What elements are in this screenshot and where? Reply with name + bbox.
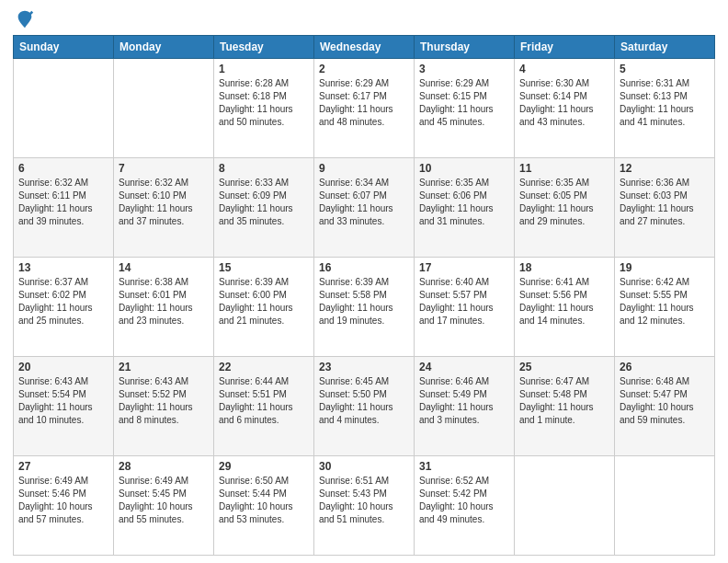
- day-header-thursday: Thursday: [415, 36, 515, 59]
- day-number: 27: [18, 460, 108, 473]
- day-header-saturday: Saturday: [615, 36, 715, 59]
- day-info: Sunrise: 6:39 AMSunset: 5:58 PMDaylight:…: [319, 276, 409, 327]
- day-info: Sunrise: 6:33 AMSunset: 6:09 PMDaylight:…: [219, 177, 309, 228]
- day-number: 16: [319, 261, 409, 274]
- day-info: Sunrise: 6:28 AMSunset: 6:18 PMDaylight:…: [219, 77, 309, 129]
- calendar-cell: 5Sunrise: 6:31 AMSunset: 6:13 PMDaylight…: [615, 59, 715, 158]
- day-number: 6: [18, 162, 108, 175]
- calendar-cell: 19Sunrise: 6:42 AMSunset: 5:55 PMDayligh…: [615, 258, 715, 357]
- day-number: 10: [419, 162, 509, 175]
- calendar-cell: [615, 456, 715, 556]
- day-number: 28: [119, 460, 209, 473]
- day-info: Sunrise: 6:34 AMSunset: 6:07 PMDaylight:…: [319, 177, 409, 228]
- day-info: Sunrise: 6:45 AMSunset: 5:50 PMDaylight:…: [319, 375, 409, 427]
- day-number: 29: [219, 460, 309, 473]
- day-number: 18: [519, 261, 609, 274]
- day-info: Sunrise: 6:30 AMSunset: 6:14 PMDaylight:…: [519, 77, 609, 129]
- day-number: 9: [319, 162, 409, 175]
- week-row-1: 1Sunrise: 6:28 AMSunset: 6:18 PMDaylight…: [14, 59, 715, 158]
- calendar-cell: 17Sunrise: 6:40 AMSunset: 5:57 PMDayligh…: [415, 258, 515, 357]
- day-info: Sunrise: 6:29 AMSunset: 6:17 PMDaylight:…: [319, 77, 409, 129]
- calendar-cell: 11Sunrise: 6:35 AMSunset: 6:05 PMDayligh…: [515, 158, 615, 258]
- calendar-cell: 26Sunrise: 6:48 AMSunset: 5:47 PMDayligh…: [615, 357, 715, 456]
- calendar-cell: 28Sunrise: 6:49 AMSunset: 5:45 PMDayligh…: [114, 456, 214, 556]
- calendar-cell: 3Sunrise: 6:29 AMSunset: 6:15 PMDaylight…: [415, 59, 515, 158]
- day-number: 22: [219, 361, 309, 373]
- day-info: Sunrise: 6:39 AMSunset: 6:00 PMDaylight:…: [219, 276, 309, 327]
- day-number: 11: [519, 162, 609, 175]
- day-info: Sunrise: 6:46 AMSunset: 5:49 PMDaylight:…: [419, 375, 509, 427]
- day-info: Sunrise: 6:43 AMSunset: 5:54 PMDaylight:…: [18, 375, 108, 427]
- calendar-cell: [515, 456, 615, 556]
- calendar-cell: 2Sunrise: 6:29 AMSunset: 6:17 PMDaylight…: [314, 59, 415, 158]
- week-row-4: 20Sunrise: 6:43 AMSunset: 5:54 PMDayligh…: [14, 357, 715, 456]
- day-info: Sunrise: 6:36 AMSunset: 6:03 PMDaylight:…: [620, 177, 710, 228]
- day-info: Sunrise: 6:52 AMSunset: 5:42 PMDaylight:…: [419, 475, 509, 526]
- day-info: Sunrise: 6:29 AMSunset: 6:15 PMDaylight:…: [419, 77, 509, 129]
- calendar-cell: 4Sunrise: 6:30 AMSunset: 6:14 PMDaylight…: [515, 59, 615, 158]
- day-number: 1: [219, 63, 309, 75]
- calendar-cell: 10Sunrise: 6:35 AMSunset: 6:06 PMDayligh…: [415, 158, 515, 258]
- day-number: 7: [119, 162, 209, 175]
- day-header-wednesday: Wednesday: [314, 36, 415, 59]
- week-row-2: 6Sunrise: 6:32 AMSunset: 6:11 PMDaylight…: [14, 158, 715, 258]
- day-info: Sunrise: 6:37 AMSunset: 6:02 PMDaylight:…: [18, 276, 108, 327]
- day-info: Sunrise: 6:48 AMSunset: 5:47 PMDaylight:…: [620, 375, 710, 427]
- calendar-cell: 22Sunrise: 6:44 AMSunset: 5:51 PMDayligh…: [214, 357, 314, 456]
- calendar-cell: 31Sunrise: 6:52 AMSunset: 5:42 PMDayligh…: [415, 456, 515, 556]
- day-number: 5: [620, 63, 710, 75]
- calendar-cell: 13Sunrise: 6:37 AMSunset: 6:02 PMDayligh…: [14, 258, 114, 357]
- day-info: Sunrise: 6:42 AMSunset: 5:55 PMDaylight:…: [620, 276, 710, 327]
- calendar-cell: 15Sunrise: 6:39 AMSunset: 6:00 PMDayligh…: [214, 258, 314, 357]
- calendar-cell: 8Sunrise: 6:33 AMSunset: 6:09 PMDaylight…: [214, 158, 314, 258]
- calendar-cell: 1Sunrise: 6:28 AMSunset: 6:18 PMDaylight…: [214, 59, 314, 158]
- calendar-body: 1Sunrise: 6:28 AMSunset: 6:18 PMDaylight…: [14, 59, 715, 556]
- day-info: Sunrise: 6:44 AMSunset: 5:51 PMDaylight:…: [219, 375, 309, 427]
- calendar-cell: 14Sunrise: 6:38 AMSunset: 6:01 PMDayligh…: [114, 258, 214, 357]
- day-number: 25: [519, 361, 609, 373]
- calendar-cell: 7Sunrise: 6:32 AMSunset: 6:10 PMDaylight…: [114, 158, 214, 258]
- week-row-5: 27Sunrise: 6:49 AMSunset: 5:46 PMDayligh…: [14, 456, 715, 556]
- day-info: Sunrise: 6:32 AMSunset: 6:10 PMDaylight:…: [119, 177, 209, 228]
- day-info: Sunrise: 6:31 AMSunset: 6:13 PMDaylight:…: [620, 77, 710, 129]
- day-number: 23: [319, 361, 409, 373]
- day-number: 3: [419, 63, 509, 75]
- day-info: Sunrise: 6:51 AMSunset: 5:43 PMDaylight:…: [319, 475, 409, 526]
- calendar-cell: 30Sunrise: 6:51 AMSunset: 5:43 PMDayligh…: [314, 456, 415, 556]
- day-info: Sunrise: 6:49 AMSunset: 5:45 PMDaylight:…: [119, 475, 209, 526]
- day-number: 14: [119, 261, 209, 274]
- day-number: 30: [319, 460, 409, 473]
- day-info: Sunrise: 6:43 AMSunset: 5:52 PMDaylight:…: [119, 375, 209, 427]
- day-number: 17: [419, 261, 509, 274]
- day-info: Sunrise: 6:40 AMSunset: 5:57 PMDaylight:…: [419, 276, 509, 327]
- day-info: Sunrise: 6:38 AMSunset: 6:01 PMDaylight:…: [119, 276, 209, 327]
- calendar-cell: [14, 59, 114, 158]
- header: [13, 9, 715, 29]
- calendar-cell: 25Sunrise: 6:47 AMSunset: 5:48 PMDayligh…: [515, 357, 615, 456]
- calendar-cell: 6Sunrise: 6:32 AMSunset: 6:11 PMDaylight…: [14, 158, 114, 258]
- day-number: 12: [620, 162, 710, 175]
- day-header-monday: Monday: [114, 36, 214, 59]
- day-info: Sunrise: 6:50 AMSunset: 5:44 PMDaylight:…: [219, 475, 309, 526]
- day-header-sunday: Sunday: [14, 36, 114, 59]
- calendar-cell: [114, 59, 214, 158]
- day-info: Sunrise: 6:32 AMSunset: 6:11 PMDaylight:…: [18, 177, 108, 228]
- day-number: 13: [18, 261, 108, 274]
- day-info: Sunrise: 6:41 AMSunset: 5:56 PMDaylight:…: [519, 276, 609, 327]
- day-info: Sunrise: 6:35 AMSunset: 6:05 PMDaylight:…: [519, 177, 609, 228]
- day-number: 26: [620, 361, 710, 373]
- calendar-cell: 29Sunrise: 6:50 AMSunset: 5:44 PMDayligh…: [214, 456, 314, 556]
- day-info: Sunrise: 6:35 AMSunset: 6:06 PMDaylight:…: [419, 177, 509, 228]
- day-number: 8: [219, 162, 309, 175]
- day-number: 19: [620, 261, 710, 274]
- calendar-cell: 20Sunrise: 6:43 AMSunset: 5:54 PMDayligh…: [14, 357, 114, 456]
- day-number: 20: [18, 361, 108, 373]
- day-number: 31: [419, 460, 509, 473]
- calendar-table: SundayMondayTuesdayWednesdayThursdayFrid…: [13, 35, 715, 556]
- calendar-cell: 12Sunrise: 6:36 AMSunset: 6:03 PMDayligh…: [615, 158, 715, 258]
- calendar-cell: 27Sunrise: 6:49 AMSunset: 5:46 PMDayligh…: [14, 456, 114, 556]
- day-number: 2: [319, 63, 409, 75]
- calendar-header-row: SundayMondayTuesdayWednesdayThursdayFrid…: [14, 36, 715, 59]
- day-header-tuesday: Tuesday: [214, 36, 314, 59]
- calendar-cell: 18Sunrise: 6:41 AMSunset: 5:56 PMDayligh…: [515, 258, 615, 357]
